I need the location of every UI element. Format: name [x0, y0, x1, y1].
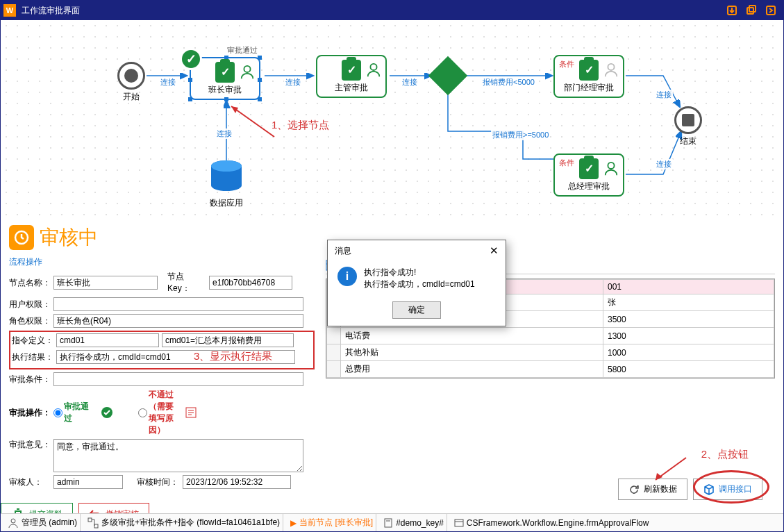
- edge-label: 连接: [215, 128, 233, 139]
- svg-rect-30: [385, 519, 392, 527]
- edge-label: 连接: [284, 77, 302, 88]
- start-node[interactable]: 开始: [117, 62, 145, 103]
- workflow-canvas[interactable]: 连接 连接 连接 报销费用<5000 报销费用>=5000 连接 连接 连接 开…: [1, 20, 783, 222]
- svg-point-13: [608, 163, 614, 169]
- approver-field[interactable]: [53, 475, 123, 489]
- titlebar: W 工作流审批界面: [1, 1, 783, 20]
- task-node-3[interactable]: 条件 ✓ 部门经理审批: [553, 55, 624, 98]
- annotation-3: 3、显示执行结果: [194, 350, 272, 363]
- svg-rect-3: [767, 6, 775, 15]
- refresh-button[interactable]: 刷新数据: [618, 479, 687, 500]
- check-icon: [101, 406, 113, 419]
- edge-label: 连接: [159, 77, 177, 88]
- dialog-close-button[interactable]: ✕: [490, 244, 499, 257]
- opinion-textarea[interactable]: [53, 439, 303, 472]
- svg-rect-2: [749, 6, 756, 12]
- form-panel: 流程操作 节点名称： 节点Key： 用户权限： 角色权限： 指令定义： 执行结果…: [9, 256, 315, 492]
- role-perm-field[interactable]: [53, 314, 303, 328]
- cmd-desc-field[interactable]: [162, 333, 294, 347]
- task-node-1[interactable]: 审批通过 ✓ 班长审批 ✓: [190, 45, 260, 100]
- app-logo: W: [3, 4, 16, 17]
- minimize-button[interactable]: [724, 3, 740, 17]
- node-name-field[interactable]: [53, 276, 158, 290]
- message-dialog: 消息 ✕ i 执行指令成功! 执行指令成功，cmdId=cmd01 确定: [327, 240, 506, 326]
- statusbar: 管理员 (admin) 多级审批+审批条件+指令 (flowId=fa10461…: [1, 513, 783, 531]
- flow-icon: [87, 517, 99, 529]
- dialog-ok-button[interactable]: 确定: [392, 301, 441, 319]
- task-node-4[interactable]: 条件 ✓ 总经理审批: [553, 153, 624, 197]
- key-icon: [383, 518, 393, 528]
- task-node-2[interactable]: ✓ 主管审批: [316, 55, 387, 98]
- edge-label: 连接: [655, 159, 673, 169]
- info-icon: i: [337, 267, 357, 286]
- fail-radio[interactable]: 不通过（需要填写原因）: [138, 389, 180, 436]
- close-button[interactable]: [762, 3, 779, 17]
- dialog-title: 消息: [335, 245, 351, 257]
- clock-icon: [9, 225, 34, 250]
- person-icon: [603, 160, 619, 179]
- user-icon: [8, 517, 19, 529]
- edge-label: 报销费用<5000: [481, 77, 536, 88]
- window-icon: [454, 518, 464, 528]
- invoke-button[interactable]: 调用接口: [693, 479, 762, 500]
- edge-label: 报销费用>=5000: [491, 130, 550, 140]
- pass-radio[interactable]: 审批通过: [53, 401, 95, 424]
- person-icon: [240, 64, 255, 83]
- gateway-node[interactable]: [434, 62, 462, 90]
- svg-rect-28: [88, 518, 92, 522]
- cmd-result-box: 指令定义： 执行结果： 3、显示执行结果: [9, 331, 315, 369]
- edge-label: 连接: [401, 77, 419, 88]
- svg-point-9: [211, 160, 242, 172]
- approve-time-field[interactable]: [183, 475, 291, 489]
- edge-label: 连接: [655, 90, 673, 100]
- maximize-button[interactable]: [743, 3, 760, 17]
- end-node[interactable]: 结束: [674, 106, 702, 147]
- svg-rect-1: [747, 8, 753, 14]
- window-title: 工作流审批界面: [22, 5, 722, 17]
- approve-cond-field[interactable]: [53, 372, 303, 386]
- person-icon: [366, 62, 381, 81]
- svg-rect-32: [455, 519, 463, 526]
- node-key-field[interactable]: [209, 276, 292, 290]
- user-perm-field[interactable]: [53, 297, 303, 311]
- annotation-1: 1、选择节点: [272, 119, 329, 132]
- svg-point-27: [11, 519, 15, 523]
- svg-point-11: [370, 64, 376, 70]
- svg-point-10: [244, 66, 250, 72]
- check-badge-icon: ✓: [180, 48, 202, 70]
- svg-point-12: [608, 64, 614, 70]
- note-icon: [185, 407, 197, 418]
- annotation-2: 2、点按钮: [701, 448, 749, 461]
- svg-rect-29: [94, 524, 98, 528]
- data-app-node[interactable]: 数据应用: [209, 159, 244, 209]
- cmd-id-field[interactable]: [56, 333, 159, 347]
- person-icon: [603, 62, 619, 81]
